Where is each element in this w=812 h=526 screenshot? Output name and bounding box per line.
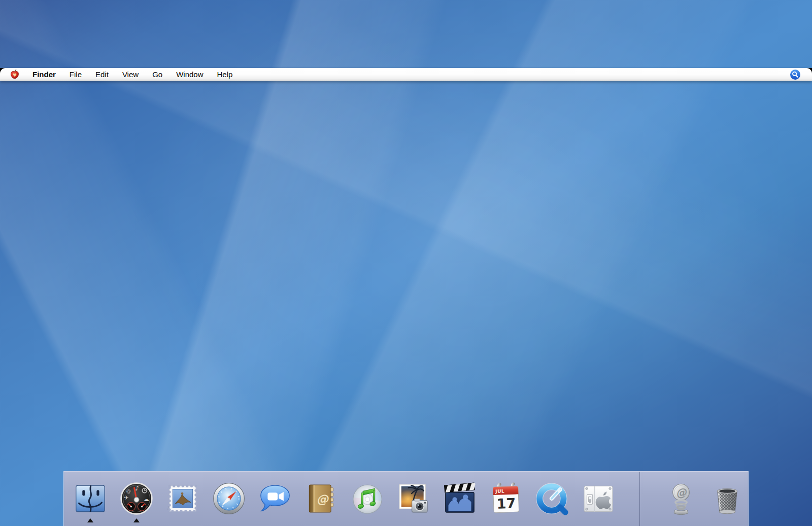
ichat-bubble-icon xyxy=(257,480,293,517)
svg-text:♥: ♥ xyxy=(13,72,17,77)
address-book-icon: @ xyxy=(303,480,340,517)
menu-edit[interactable]: Edit xyxy=(95,68,109,81)
dock-item-finder[interactable] xyxy=(72,480,109,522)
svg-text:@: @ xyxy=(316,492,329,506)
safari-compass-icon xyxy=(211,480,247,517)
trash-icon xyxy=(709,480,746,517)
dock-item-ical[interactable]: JUL 17 xyxy=(488,480,524,517)
menu-file[interactable]: File xyxy=(70,68,82,81)
ical-month-label: JUL xyxy=(495,488,504,494)
spotlight-search-icon xyxy=(790,69,801,80)
dock-item-imovie[interactable] xyxy=(442,480,478,517)
quicktime-icon xyxy=(534,480,570,517)
imovie-clapper-icon xyxy=(442,480,478,517)
menu-help[interactable]: Help xyxy=(217,68,233,81)
running-indicator xyxy=(133,518,140,522)
svg-text:✈: ✈ xyxy=(124,495,128,501)
svg-text:♪: ♪ xyxy=(135,485,139,492)
menu-go[interactable]: Go xyxy=(152,68,162,81)
spotlight-button[interactable] xyxy=(790,69,801,80)
svg-text:☁: ☁ xyxy=(144,496,149,503)
menu-bar: ♥ Finder File Edit View Go Window Help xyxy=(0,68,812,81)
dock-item-system-preferences[interactable] xyxy=(580,480,617,517)
dock: ♪ @ ✈ ☁ xyxy=(63,471,749,526)
ical-day-label: 17 xyxy=(496,495,516,511)
running-indicator xyxy=(87,518,93,522)
dock-item-mail[interactable] xyxy=(164,480,201,517)
menu-items: Finder File Edit View Go Window Help xyxy=(32,68,232,81)
mail-stamp-icon xyxy=(164,480,201,517)
ical-calendar-icon: JUL 17 xyxy=(488,480,524,517)
menu-window[interactable]: Window xyxy=(176,68,203,81)
apple-logo-icon: ♥ xyxy=(9,69,20,80)
dock-item-quicktime[interactable] xyxy=(534,480,570,517)
dock-item-iphoto[interactable] xyxy=(395,480,432,517)
svg-text:@: @ xyxy=(126,488,131,494)
apple-menu[interactable]: ♥ xyxy=(0,68,26,81)
menu-view[interactable]: View xyxy=(122,68,139,81)
itunes-cd-icon xyxy=(349,480,386,517)
system-preferences-icon xyxy=(580,480,617,517)
dock-item-safari[interactable] xyxy=(211,480,247,517)
dock-item-ichat[interactable] xyxy=(257,480,293,517)
dock-item-dashboard[interactable]: ♪ @ ✈ ☁ xyxy=(118,480,155,522)
iphoto-icon xyxy=(395,480,432,517)
menu-finder[interactable]: Finder xyxy=(32,68,56,81)
menu-bar-surface: ♥ Finder File Edit View Go Window Help xyxy=(0,68,812,81)
dock-item-itunes[interactable] xyxy=(349,480,386,517)
dashboard-icon: ♪ @ ✈ ☁ xyxy=(118,480,155,517)
dock-item-trash[interactable] xyxy=(709,480,746,517)
finder-icon xyxy=(72,480,109,517)
at-spring-icon: @ xyxy=(663,480,699,517)
dock-separator xyxy=(639,472,640,526)
dock-item-address-book[interactable]: @ xyxy=(303,480,340,517)
svg-text:@: @ xyxy=(675,485,688,500)
dock-item-at-spring[interactable]: @ xyxy=(663,480,699,517)
